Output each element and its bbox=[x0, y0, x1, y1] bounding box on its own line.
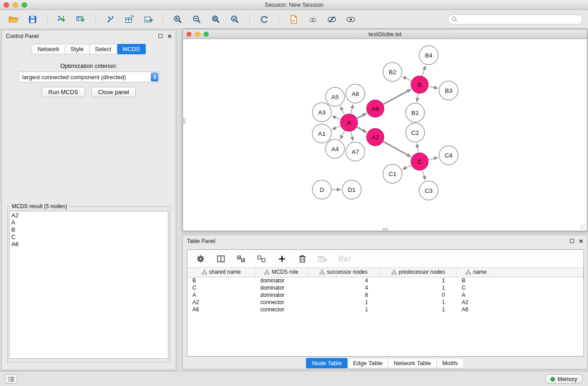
table-cell[interactable]: 1 bbox=[380, 284, 457, 291]
graph-edge-A-A4[interactable] bbox=[340, 131, 344, 139]
zoom-in-button[interactable] bbox=[170, 13, 186, 26]
network-canvas[interactable]: AA1A2A3A4A5A6A7A8BB1B2B3B4CC1C2C3C4DD1 bbox=[183, 39, 587, 230]
table-settings-button[interactable] bbox=[195, 253, 206, 264]
column-header-shared-name[interactable]: shared name bbox=[187, 268, 255, 277]
resize-anchor[interactable] bbox=[183, 118, 186, 124]
graph-node-D[interactable]: D bbox=[312, 180, 331, 199]
mcds-result-item[interactable]: B bbox=[11, 226, 166, 234]
graph-edge-A-A5[interactable] bbox=[340, 106, 344, 114]
table-cell[interactable]: 4 bbox=[307, 277, 380, 284]
zoom-selected-button[interactable] bbox=[227, 13, 243, 26]
column-header-predecessor-nodes[interactable]: predecessor nodes bbox=[380, 268, 457, 277]
graph-edge-A-A2[interactable] bbox=[357, 127, 367, 133]
mcds-result-item[interactable]: A2 bbox=[11, 212, 166, 219]
graph-node-A4[interactable]: A4 bbox=[325, 139, 344, 158]
search-box[interactable] bbox=[448, 14, 583, 24]
graph-node-A2[interactable]: A2 bbox=[367, 129, 384, 146]
import-network-from-file-button[interactable] bbox=[54, 13, 70, 26]
close-window-button[interactable] bbox=[4, 2, 9, 8]
graph-node-B4[interactable]: B4 bbox=[419, 46, 438, 65]
graph-node-A1[interactable]: A1 bbox=[312, 124, 331, 143]
graph-node-A8[interactable]: A8 bbox=[346, 84, 365, 103]
graph-node-C1[interactable]: C1 bbox=[383, 164, 402, 183]
mcds-result-item[interactable]: C bbox=[11, 234, 166, 241]
table-cell[interactable]: A bbox=[187, 291, 255, 299]
table-row[interactable]: Adominator80A bbox=[187, 291, 583, 299]
table-cell[interactable]: 1 bbox=[380, 299, 457, 306]
graph-edge-B-B3[interactable] bbox=[429, 86, 438, 88]
graph-edge-A2-C[interactable] bbox=[383, 142, 411, 157]
graph-edge-B-B2[interactable] bbox=[402, 76, 411, 81]
float-panel-icon[interactable] bbox=[570, 239, 574, 243]
table-cell[interactable]: B bbox=[187, 277, 255, 284]
graph-node-C3[interactable]: C3 bbox=[419, 181, 438, 200]
table-cell[interactable]: 1 bbox=[380, 306, 457, 313]
table-row[interactable]: Bdominator41B bbox=[187, 277, 583, 284]
table-cell[interactable]: dominator bbox=[255, 284, 307, 291]
tab-motifs[interactable]: Motifs bbox=[437, 358, 464, 368]
float-panel-icon[interactable] bbox=[158, 34, 163, 38]
open-session-button[interactable] bbox=[5, 13, 22, 26]
graph-node-A[interactable]: A bbox=[340, 114, 358, 131]
table-cell[interactable]: A bbox=[457, 291, 496, 299]
graph-node-B1[interactable]: B1 bbox=[406, 103, 425, 122]
tab-style[interactable]: Style bbox=[65, 44, 90, 54]
table-cell[interactable]: dominator bbox=[255, 291, 307, 299]
import-table-from-file-button[interactable] bbox=[73, 13, 89, 26]
table-cell[interactable]: C bbox=[457, 284, 496, 291]
graph-node-C4[interactable]: C4 bbox=[439, 146, 458, 165]
graph-edge-C-C3[interactable] bbox=[422, 170, 425, 180]
graph-node-B2[interactable]: B2 bbox=[383, 62, 402, 81]
table-cell[interactable]: 1 bbox=[380, 277, 457, 284]
table-cell[interactable]: B bbox=[457, 277, 496, 284]
graph-node-B[interactable]: B bbox=[411, 76, 428, 93]
table-cell[interactable]: connector bbox=[255, 299, 307, 306]
table-cell[interactable]: A2 bbox=[457, 299, 496, 306]
criterion-select[interactable]: largest connected component (directed) bbox=[19, 71, 160, 82]
minimize-network-window-button[interactable] bbox=[195, 32, 200, 37]
open-file-button[interactable] bbox=[286, 13, 302, 26]
deselect-all-button[interactable] bbox=[256, 253, 267, 264]
column-header-successor-nodes[interactable]: successor nodes bbox=[307, 268, 380, 277]
graph-edge-B-B1[interactable] bbox=[417, 94, 418, 102]
zoom-window-button[interactable] bbox=[22, 2, 27, 8]
table-cell[interactable]: 4 bbox=[307, 284, 380, 291]
tab-mcds[interactable]: MCDS bbox=[117, 44, 146, 54]
graph-edge-A6-B[interactable] bbox=[383, 89, 411, 104]
graph-node-C[interactable]: C bbox=[411, 153, 428, 170]
task-history-button[interactable] bbox=[5, 374, 17, 384]
show-columns-button[interactable] bbox=[215, 253, 226, 264]
new-table-button[interactable] bbox=[121, 13, 138, 26]
table-row[interactable]: Cdominator41C bbox=[187, 284, 583, 291]
hide-annotations-button[interactable] bbox=[324, 13, 340, 26]
run-mcds-button[interactable]: Run MCDS bbox=[42, 87, 85, 97]
tab-select[interactable]: Select bbox=[90, 44, 117, 54]
create-column-button[interactable] bbox=[277, 253, 287, 264]
graph-edge-A-A3[interactable] bbox=[332, 116, 340, 119]
tab-network[interactable]: Network bbox=[32, 44, 65, 54]
export-image-button[interactable] bbox=[140, 13, 157, 26]
table-row[interactable]: A6connector11A6 bbox=[187, 306, 583, 313]
graph-edge-A-A6[interactable] bbox=[357, 113, 367, 118]
tab-node-table[interactable]: Node Table bbox=[306, 358, 348, 368]
save-session-button[interactable] bbox=[24, 13, 41, 26]
home-button[interactable]: ⌂⌂ bbox=[305, 13, 321, 26]
resize-anchor[interactable] bbox=[382, 228, 388, 230]
graph-edge-C-C4[interactable] bbox=[429, 157, 438, 160]
table-cell[interactable]: 1 bbox=[307, 299, 380, 306]
graph-node-A3[interactable]: A3 bbox=[312, 103, 331, 122]
minimize-window-button[interactable] bbox=[13, 2, 18, 8]
graph-node-A7[interactable]: A7 bbox=[346, 142, 365, 161]
tab-network-table[interactable]: Network Table bbox=[388, 358, 437, 368]
graph-edge-A-A7[interactable] bbox=[351, 132, 353, 141]
close-panel-icon[interactable]: × bbox=[579, 239, 583, 243]
graph-edge-A-A1[interactable] bbox=[332, 126, 340, 129]
column-header-mcds-role[interactable]: MCDS role bbox=[255, 268, 307, 277]
table-row[interactable]: A2connector11A2 bbox=[187, 299, 583, 306]
graph-node-D1[interactable]: D1 bbox=[342, 180, 361, 199]
new-network-button[interactable] bbox=[102, 13, 119, 26]
table-cell[interactable]: dominator bbox=[255, 277, 307, 284]
network-graph[interactable]: AA1A2A3A4A5A6A7A8BB1B2B3B4CC1C2C3C4DD1 bbox=[183, 39, 587, 230]
table-cell[interactable]: 1 bbox=[307, 306, 380, 313]
mcds-result-list[interactable]: A2ABCA6 bbox=[9, 211, 168, 359]
